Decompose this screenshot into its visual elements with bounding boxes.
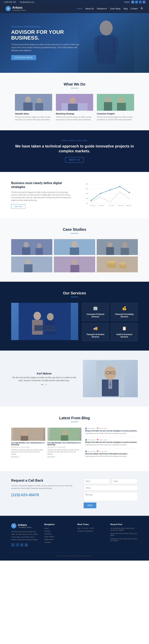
svg-rect-4 bbox=[15, 94, 52, 111]
svg-point-67 bbox=[47, 313, 54, 320]
dot-2[interactable] bbox=[44, 384, 45, 385]
footer-top: A Ankara Consulting Theme The first must… bbox=[11, 523, 138, 547]
case-item-2[interactable] bbox=[54, 239, 95, 255]
service-box-4[interactable]: 📋 Audit & Insurance Services bbox=[111, 323, 138, 341]
service-box-3[interactable]: 🚚 Transport & Auction Services bbox=[82, 323, 109, 341]
cta-small-label: Our Market Culture bbox=[11, 140, 138, 142]
form-name-input[interactable] bbox=[84, 478, 110, 484]
nav-about[interactable]: About Us bbox=[86, 8, 94, 10]
form-phone-input[interactable] bbox=[84, 485, 138, 490]
blog-card-1-desc: The first must and the skipper too while… bbox=[11, 449, 45, 455]
sidebar-1-title: Bring to the table win-win survival stra… bbox=[85, 430, 137, 432]
footer-post-1[interactable]: 15 marked by Noam: given they survive as… bbox=[111, 527, 138, 531]
nav-home[interactable]: Home bbox=[77, 8, 82, 10]
hero-desc: The first must and the skipper too while… bbox=[11, 43, 82, 52]
footer-twitter-icon[interactable]: t bbox=[16, 543, 19, 546]
testimonial-section: Karl Malone The first must and the skipp… bbox=[0, 350, 149, 406]
instagram-icon[interactable] bbox=[143, 1, 145, 3]
facebook-icon[interactable] bbox=[132, 1, 134, 3]
blog-1-read-more[interactable]: Read More → bbox=[11, 456, 20, 458]
footer-post-2[interactable]: World don't have to best of just soul ab… bbox=[111, 532, 138, 536]
what-we-do-divider bbox=[71, 88, 78, 88]
footer-nav-testimonials[interactable]: Testimonials bbox=[44, 538, 72, 540]
svg-text:5K: 5K bbox=[86, 202, 88, 204]
service-cards: Valuable Ideas The first must and the sk… bbox=[11, 94, 138, 121]
dot-1[interactable] bbox=[41, 384, 42, 385]
testimonial-name: Karl Malone bbox=[11, 372, 77, 375]
case-item-1[interactable] bbox=[11, 239, 52, 255]
svg-point-63 bbox=[119, 262, 127, 265]
footer-nav-title: Navigation bbox=[44, 523, 72, 526]
footer-logo: A Ankara Consulting Theme bbox=[11, 523, 39, 528]
dot-3[interactable] bbox=[46, 384, 47, 385]
logo[interactable]: A Ankara Consulting Theme bbox=[5, 6, 26, 11]
nav-contact[interactable]: Contact bbox=[131, 8, 138, 10]
audit-icon: 📋 bbox=[122, 326, 127, 332]
hero-cta-button[interactable]: Discover More bbox=[11, 55, 36, 60]
case-item-4[interactable] bbox=[11, 256, 52, 272]
svg-rect-42 bbox=[36, 248, 43, 255]
our-services-section: Our Services 🏢 Consumer bbox=[0, 282, 149, 350]
follow-label: Follow: bbox=[124, 1, 130, 3]
card-1-title: Valuable Ideas bbox=[15, 112, 52, 115]
strat-learn-more-btn[interactable]: Learn More bbox=[11, 204, 25, 209]
footer-linkedin-icon[interactable]: in bbox=[20, 543, 23, 546]
sidebar-3-meta: 👤 John Author 📅 30 Jun 2019 bbox=[85, 450, 128, 452]
footer-copyright: © 2019 Ankara Consulting Theme | All rig… bbox=[57, 555, 92, 557]
form-message-input[interactable] bbox=[84, 492, 138, 501]
blog-img-1 bbox=[11, 428, 45, 441]
nav-case-study[interactable]: Case Study bbox=[110, 8, 121, 10]
email-text: info@ankara.com bbox=[20, 1, 34, 3]
case-grid bbox=[11, 239, 138, 272]
svg-text:Jun 2019: Jun 2019 bbox=[109, 205, 114, 206]
svg-point-5 bbox=[25, 96, 31, 102]
blog-posts: Four Big Mistakes Your Small Business in… bbox=[11, 428, 81, 462]
blog-card-2-desc: The first must and the skipper too while… bbox=[47, 449, 82, 455]
navbar: A Ankara Consulting Theme Home About Us … bbox=[0, 4, 149, 13]
callback-left: Request a Call Back The first must and t… bbox=[11, 478, 76, 497]
nav-solutions[interactable]: Solutions ▾ bbox=[97, 8, 107, 10]
svg-rect-56 bbox=[70, 265, 79, 272]
case-item-6[interactable] bbox=[97, 256, 138, 272]
linkedin-icon[interactable] bbox=[139, 1, 142, 3]
blog-2-author: John Brown bbox=[47, 446, 55, 448]
svg-point-7 bbox=[37, 98, 41, 103]
footer-nav-case-studies[interactable]: Case Studies bbox=[44, 536, 72, 538]
svg-rect-3 bbox=[113, 37, 118, 54]
footer-instagram-icon[interactable]: ig bbox=[25, 543, 28, 546]
svg-point-65 bbox=[33, 312, 41, 320]
case-item-3[interactable] bbox=[97, 239, 138, 255]
svg-point-60 bbox=[107, 260, 116, 264]
service-box-4-title: Audit & Insurance Services bbox=[114, 333, 135, 338]
svg-rect-46 bbox=[97, 239, 138, 255]
footer-nav-contacts[interactable]: Contacts bbox=[44, 541, 72, 543]
phone-text: 1-800-456-789 bbox=[4, 1, 16, 3]
footer-hours-title: Work Times bbox=[77, 523, 105, 526]
footer-nav-about[interactable]: About bbox=[44, 527, 72, 529]
footer-nav-industries[interactable]: Industries bbox=[44, 533, 72, 535]
svg-text:10K: 10K bbox=[86, 198, 88, 199]
form-submit-button[interactable]: Send bbox=[84, 502, 96, 508]
search-icon[interactable]: 🔍 bbox=[141, 7, 144, 10]
footer-facebook-icon[interactable]: f bbox=[11, 543, 14, 546]
svg-rect-70 bbox=[34, 325, 55, 330]
service-box-2[interactable]: 💰 Financial Consulting Services bbox=[111, 303, 138, 321]
logo-text: Ankara Consulting Theme bbox=[12, 6, 26, 11]
service-box-1[interactable]: 🏢 Consumer Products Services bbox=[82, 303, 109, 321]
twitter-icon[interactable] bbox=[135, 1, 138, 3]
svg-point-39 bbox=[24, 242, 29, 248]
nav-blog[interactable]: Blog bbox=[124, 8, 128, 10]
footer-post-3[interactable]: Marked by Noam given they survive as sol… bbox=[111, 538, 138, 542]
svg-point-37 bbox=[129, 192, 130, 193]
footer-nav-advisors[interactable]: Advisors bbox=[44, 530, 72, 532]
cta-button[interactable]: About Us bbox=[65, 157, 84, 162]
service-box-1-title: Consumer Products Services bbox=[85, 313, 106, 318]
top-bar-left: 1-800-456-789 info@ankara.com bbox=[4, 1, 34, 3]
blog-card-1-meta: John Brown • 25 June 2019 bbox=[11, 446, 45, 448]
blog-2-read-more[interactable]: Read More → bbox=[47, 456, 57, 458]
svg-point-34 bbox=[100, 193, 101, 194]
social-icons bbox=[132, 1, 145, 3]
consumer-icon: 🏢 bbox=[93, 306, 98, 312]
form-email-input[interactable] bbox=[112, 478, 138, 484]
case-item-5[interactable] bbox=[54, 256, 95, 272]
